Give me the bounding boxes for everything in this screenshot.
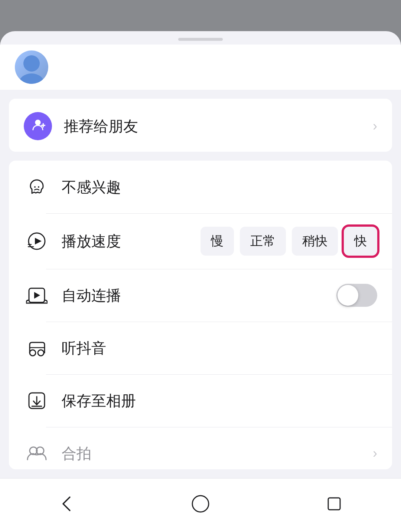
home-icon xyxy=(190,493,211,514)
speed-options: 慢 正常 稍快 快 xyxy=(200,227,377,256)
save-to-album-item[interactable]: 保存至相册 xyxy=(9,374,392,427)
not-interested-item[interactable]: 不感兴趣 xyxy=(9,161,392,213)
auto-play-toggle[interactable] xyxy=(336,284,377,307)
home-button[interactable] xyxy=(182,489,219,519)
recommend-icon xyxy=(24,112,52,140)
not-interested-icon xyxy=(24,174,50,200)
svg-marker-6 xyxy=(35,238,42,244)
avatar-row xyxy=(0,45,401,90)
svg-point-12 xyxy=(38,350,44,356)
playback-speed-label: 播放速度 xyxy=(62,231,200,252)
save-to-album-label: 保存至相册 xyxy=(62,391,377,411)
save-to-album-icon xyxy=(24,388,50,414)
speed-normal[interactable]: 正常 xyxy=(240,227,286,256)
not-interested-label: 不感兴趣 xyxy=(62,177,377,197)
svg-marker-10 xyxy=(34,292,40,299)
svg-point-2 xyxy=(35,119,40,125)
recommend-chevron: › xyxy=(373,118,377,134)
bottom-nav xyxy=(0,478,401,532)
recommend-label: 推荐给朋友 xyxy=(64,116,367,137)
collab-item[interactable]: 合拍 › xyxy=(9,427,392,469)
svg-rect-20 xyxy=(328,498,340,510)
playback-speed-item: 播放速度 慢 正常 稍快 快 xyxy=(9,213,392,269)
svg-point-1 xyxy=(19,73,45,84)
auto-play-item[interactable]: 自动连播 xyxy=(9,269,392,322)
collab-icon xyxy=(24,440,50,466)
drag-handle-area xyxy=(0,31,401,45)
listen-douyin-label: 听抖音 xyxy=(62,338,377,358)
svg-point-0 xyxy=(23,55,40,72)
recent-apps-icon xyxy=(324,493,345,514)
bottom-sheet: 推荐给朋友 › 不感兴趣 xyxy=(0,31,401,532)
auto-play-icon xyxy=(24,282,50,308)
recommend-item[interactable]: 推荐给朋友 › xyxy=(9,99,392,152)
speed-fast[interactable]: 快 xyxy=(344,227,377,256)
collab-label: 合拍 xyxy=(62,443,367,464)
avatar xyxy=(15,50,48,84)
back-icon xyxy=(56,493,77,514)
listen-douyin-icon xyxy=(24,335,50,361)
svg-point-11 xyxy=(30,350,36,356)
recent-apps-button[interactable] xyxy=(316,489,353,519)
svg-point-19 xyxy=(192,496,209,512)
speed-slow[interactable]: 慢 xyxy=(200,227,234,256)
playback-speed-icon xyxy=(24,228,50,254)
options-card: 不感兴趣 播放速度 慢 正常 稍快 快 xyxy=(9,161,392,469)
drag-handle xyxy=(178,38,223,41)
listen-douyin-item[interactable]: 听抖音 xyxy=(9,322,392,374)
speed-slightly-fast[interactable]: 稍快 xyxy=(292,227,338,256)
back-button[interactable] xyxy=(48,489,85,519)
recommend-card: 推荐给朋友 › xyxy=(9,99,392,152)
collab-chevron: › xyxy=(373,446,377,461)
auto-play-label: 自动连播 xyxy=(62,285,336,306)
toggle-thumb xyxy=(338,285,358,306)
